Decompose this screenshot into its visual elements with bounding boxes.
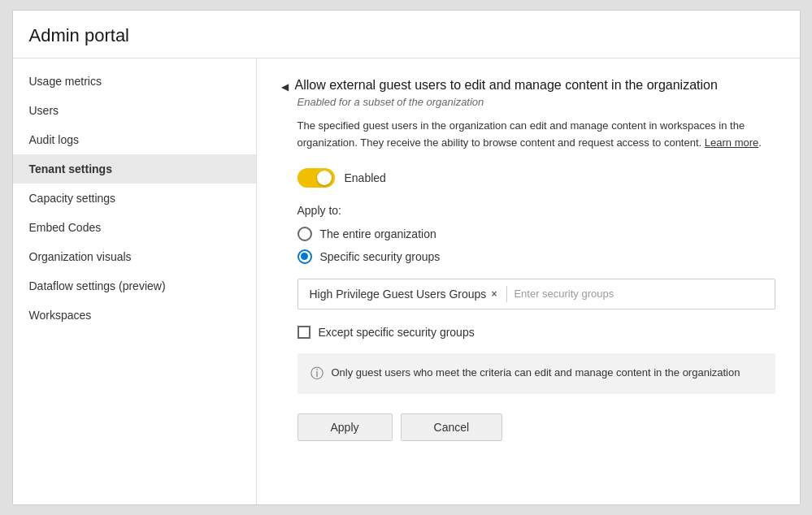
security-group-tag: High Privilege Guest Users Groups × [306,286,501,302]
groups-placeholder-text: Enter security groups [514,288,766,300]
action-buttons: Apply Cancel [297,413,775,441]
window-title: Admin portal [29,25,784,46]
collapse-icon[interactable]: ◀ [281,81,289,93]
sidebar-item-organization-visuals[interactable]: Organization visuals [13,242,256,271]
section-subtitle: Enabled for a subset of the organization [297,96,775,108]
except-checkbox[interactable] [297,326,310,339]
learn-more-link[interactable]: Learn more [705,136,758,149]
radio-specific-groups[interactable]: Specific security groups [297,249,775,264]
section-title: Allow external guest users to edit and m… [295,78,718,93]
tag-remove-button[interactable]: × [491,288,497,300]
sidebar-item-dataflow-settings[interactable]: Dataflow settings (preview) [13,271,256,301]
sidebar-item-users[interactable]: Users [13,96,256,125]
info-icon: ⓘ [310,366,323,383]
sidebar-item-tenant-settings[interactable]: Tenant settings [13,154,256,184]
sidebar-item-embed-codes[interactable]: Embed Codes [13,213,256,242]
description-text: The specified guest users in the organiz… [297,119,745,149]
tag-label: High Privilege Guest Users Groups [310,288,487,301]
sidebar-item-capacity-settings[interactable]: Capacity settings [13,184,256,213]
except-checkbox-row: Except specific security groups [297,326,775,339]
security-groups-input[interactable]: High Privilege Guest Users Groups × Ente… [297,279,775,309]
info-text: Only guest users who meet the criteria c… [332,365,740,381]
sidebar-item-workspaces[interactable]: Workspaces [13,301,256,330]
section-description: The specified guest users in the organiz… [297,118,775,152]
radio-entire-org[interactable]: The entire organization [297,227,775,241]
content-area: Usage metricsUsersAudit logsTenant setti… [13,58,800,504]
info-box: ⓘ Only guest users who meet the criteria… [297,353,775,394]
apply-to-label: Apply to: [297,204,775,217]
radio-group: The entire organization Specific securit… [297,227,775,264]
apply-button[interactable]: Apply [297,413,393,441]
sidebar: Usage metricsUsersAudit logsTenant setti… [13,58,257,504]
radio-label-specific-groups: Specific security groups [320,250,441,263]
title-bar: Admin portal [13,11,800,58]
radio-circle-entire-org [297,227,312,241]
sidebar-item-usage-metrics[interactable]: Usage metrics [13,67,256,96]
toggle-label: Enabled [345,171,386,184]
except-checkbox-label: Except specific security groups [319,326,475,339]
toggle-row: Enabled [297,168,775,188]
tag-divider [506,286,507,302]
cancel-button[interactable]: Cancel [401,413,503,441]
radio-circle-specific-groups [297,249,312,264]
main-content: ◀ Allow external guest users to edit and… [257,58,800,504]
sidebar-item-audit-logs[interactable]: Audit logs [13,125,256,154]
enabled-toggle[interactable] [297,168,335,188]
admin-portal-window: Admin portal Usage metricsUsersAudit log… [12,10,801,505]
radio-label-entire-org: The entire organization [320,227,436,240]
section-header: ◀ Allow external guest users to edit and… [281,78,775,93]
